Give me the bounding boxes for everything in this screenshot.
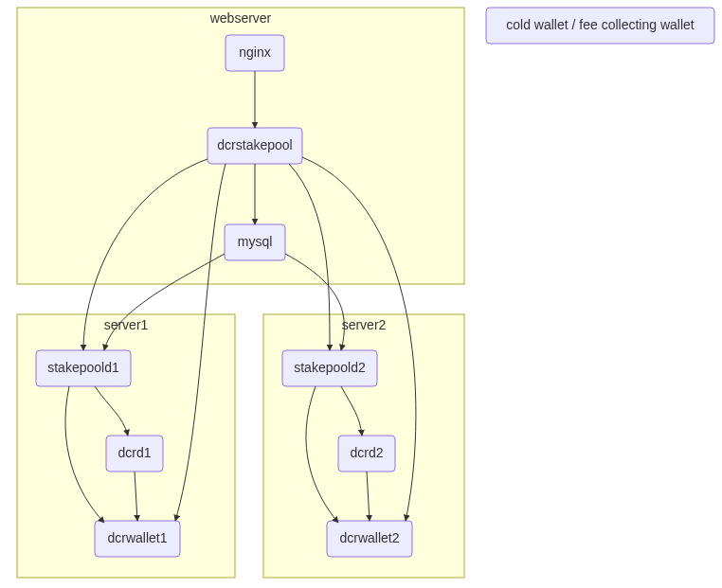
node-coldwallet-label: cold wallet / fee collecting wallet (506, 17, 695, 32)
node-dcrd2-label: dcrd2 (350, 445, 383, 460)
node-stakepoold2-label: stakepoold2 (294, 360, 366, 375)
node-dcrwallet1-label: dcrwallet1 (107, 530, 167, 545)
node-dcrwallet2-label: dcrwallet2 (339, 530, 399, 545)
cluster-server2-label: server2 (342, 317, 387, 332)
architecture-diagram: webserver server1 server2 cold wallet / … (0, 0, 722, 588)
node-dcrd1-label: dcrd1 (117, 445, 151, 460)
cluster-server1-label: server1 (104, 317, 149, 332)
node-mysql-label: mysql (238, 234, 273, 249)
node-nginx-label: nginx (239, 45, 270, 60)
cluster-webserver-label: webserver (209, 10, 272, 26)
node-stakepoold1-label: stakepoold1 (47, 360, 119, 375)
node-dcrstakepool-label: dcrstakepool (217, 137, 292, 152)
